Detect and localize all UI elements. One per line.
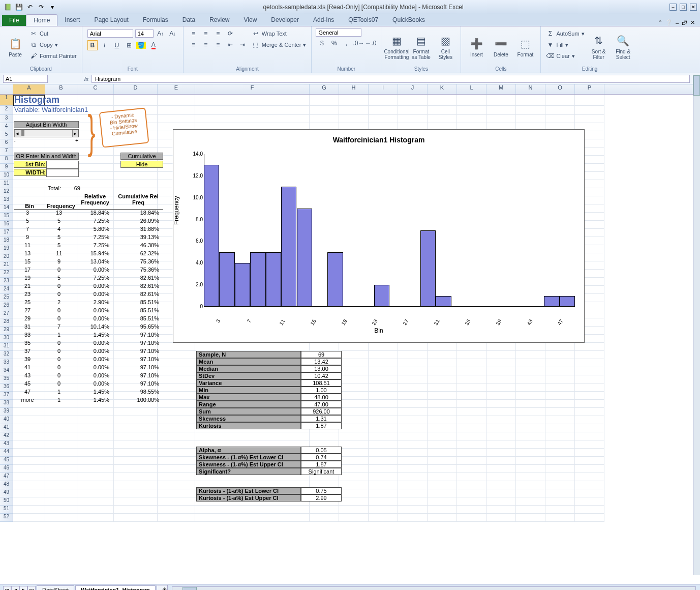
- row-header-19[interactable]: 19: [0, 245, 13, 253]
- col-header-H[interactable]: H: [339, 84, 369, 94]
- row-header-40[interactable]: 40: [0, 416, 13, 424]
- sheet-tab-datasheet[interactable]: DataSheet: [37, 585, 74, 591]
- row-header-36[interactable]: 36: [0, 383, 13, 392]
- format-painter-button[interactable]: 🖌Format Painter: [28, 51, 78, 61]
- row-header-17[interactable]: 17: [0, 229, 13, 237]
- row-header-52[interactable]: 52: [0, 514, 13, 522]
- increase-decimal-icon[interactable]: .0→: [353, 38, 363, 48]
- app-minimize-icon[interactable]: –: [676, 20, 679, 26]
- ribbon-tab-home[interactable]: Home: [26, 14, 57, 26]
- sheet-next-icon[interactable]: ▶: [19, 586, 27, 591]
- column-headers[interactable]: ABCDEFGHIJKLMNOP: [0, 84, 693, 95]
- slider-left-icon[interactable]: ◂: [14, 130, 20, 137]
- align-top-icon[interactable]: ≡: [189, 28, 199, 39]
- horizontal-scrollbar[interactable]: [172, 586, 696, 591]
- wrap-text-button[interactable]: ↩Wrap Text: [251, 28, 308, 39]
- row-header-23[interactable]: 23: [0, 278, 13, 286]
- font-color-button[interactable]: A: [148, 40, 159, 50]
- col-header-M[interactable]: M: [486, 84, 516, 94]
- row-header-11[interactable]: 11: [0, 180, 13, 188]
- row-header-41[interactable]: 41: [0, 424, 13, 432]
- hscroll-thumb[interactable]: [182, 587, 197, 591]
- row-header-1[interactable]: 1: [0, 95, 13, 106]
- ribbon-tab-quickbooks[interactable]: QuickBooks: [385, 14, 432, 26]
- row-header-4[interactable]: 4: [0, 123, 13, 131]
- minimize-ribbon-icon[interactable]: ⌃: [658, 19, 662, 26]
- slider-thumb[interactable]: [21, 130, 24, 136]
- col-header-G[interactable]: G: [310, 84, 339, 94]
- col-header-A[interactable]: A: [13, 84, 45, 94]
- ribbon-tab-review[interactable]: Review: [202, 14, 236, 26]
- fill-color-button[interactable]: 🪣: [136, 40, 146, 50]
- undo-icon[interactable]: ↶: [25, 3, 35, 12]
- align-right-icon[interactable]: ≡: [213, 40, 223, 50]
- ribbon-tab-view[interactable]: View: [237, 14, 264, 26]
- col-header-O[interactable]: O: [545, 84, 575, 94]
- percent-icon[interactable]: %: [329, 38, 339, 48]
- decrease-decimal-icon[interactable]: ←.0: [366, 38, 376, 48]
- row-header-26[interactable]: 26: [0, 302, 13, 310]
- row-header-42[interactable]: 42: [0, 432, 13, 440]
- row-header-37[interactable]: 37: [0, 392, 13, 400]
- row-header-49[interactable]: 49: [0, 489, 13, 497]
- redo-icon[interactable]: ↷: [37, 3, 46, 12]
- sheet-last-icon[interactable]: ⏭: [27, 586, 36, 591]
- row-header-47[interactable]: 47: [0, 473, 13, 481]
- row-header-50[interactable]: 50: [0, 497, 13, 506]
- row-header-9[interactable]: 9: [0, 164, 13, 172]
- ribbon-tab-formulas[interactable]: Formulas: [136, 14, 175, 26]
- vscroll-thumb[interactable]: [693, 75, 700, 96]
- align-left-icon[interactable]: ≡: [189, 40, 199, 50]
- row-header-25[interactable]: 25: [0, 294, 13, 302]
- row-header-35[interactable]: 35: [0, 375, 13, 383]
- merge-center-button[interactable]: ⬚Merge & Center ▾: [251, 40, 308, 50]
- number-format-combo[interactable]: [316, 28, 361, 37]
- slider-right-icon[interactable]: ▸: [72, 130, 78, 137]
- hide-button[interactable]: Hide: [120, 161, 163, 168]
- row-header-30[interactable]: 30: [0, 335, 13, 343]
- row-header-22[interactable]: 22: [0, 270, 13, 278]
- sheet-first-icon[interactable]: ⏮: [3, 586, 11, 591]
- row-header-18[interactable]: 18: [0, 237, 13, 245]
- row-header-33[interactable]: 33: [0, 359, 13, 367]
- copy-button[interactable]: ⧉Copy ▾: [28, 40, 78, 50]
- row-header-27[interactable]: 27: [0, 310, 13, 318]
- comma-icon[interactable]: ,: [341, 38, 351, 48]
- font-name-combo[interactable]: [87, 29, 133, 38]
- col-header-F[interactable]: F: [195, 84, 310, 94]
- currency-icon[interactable]: $: [317, 38, 327, 48]
- col-header-N[interactable]: N: [516, 84, 545, 94]
- borders-button[interactable]: ⊞: [124, 40, 134, 50]
- underline-button[interactable]: U: [112, 40, 122, 50]
- app-close-icon[interactable]: ✕: [690, 19, 695, 26]
- find-select-button[interactable]: 🔍Find & Select: [612, 28, 634, 65]
- row-header-21[interactable]: 21: [0, 261, 13, 270]
- new-sheet-button[interactable]: ✳: [157, 585, 168, 590]
- maximize-icon[interactable]: □: [680, 4, 687, 11]
- excel-icon[interactable]: 📗: [3, 3, 12, 12]
- italic-button[interactable]: I: [100, 40, 110, 50]
- col-header-B[interactable]: B: [45, 84, 77, 94]
- col-header-C[interactable]: C: [77, 84, 114, 94]
- width-input[interactable]: [46, 169, 79, 177]
- row-header-8[interactable]: 8: [0, 156, 13, 164]
- row-header-34[interactable]: 34: [0, 367, 13, 375]
- save-icon[interactable]: 💾: [14, 3, 23, 12]
- conditional-formatting-button[interactable]: ▦Conditional Formatting: [385, 28, 408, 65]
- row-header-20[interactable]: 20: [0, 253, 13, 261]
- align-bottom-icon[interactable]: ≡: [213, 28, 223, 39]
- sheet-prev-icon[interactable]: ◀: [11, 586, 19, 591]
- row-header-38[interactable]: 38: [0, 400, 13, 408]
- row-header-5[interactable]: 5: [0, 131, 13, 139]
- bold-button[interactable]: B: [87, 40, 98, 50]
- row-header-16[interactable]: 16: [0, 221, 13, 229]
- close-icon[interactable]: ✕: [690, 4, 697, 11]
- ribbon-tab-page-layout[interactable]: Page Layout: [87, 14, 135, 26]
- row-header-32[interactable]: 32: [0, 351, 13, 359]
- col-header-L[interactable]: L: [457, 84, 486, 94]
- row-header-39[interactable]: 39: [0, 408, 13, 416]
- row-header-13[interactable]: 13: [0, 196, 13, 204]
- qat-dropdown-icon[interactable]: ▾: [48, 3, 57, 12]
- cut-button[interactable]: ✂Cut: [28, 28, 78, 39]
- minimize-icon[interactable]: –: [669, 4, 677, 11]
